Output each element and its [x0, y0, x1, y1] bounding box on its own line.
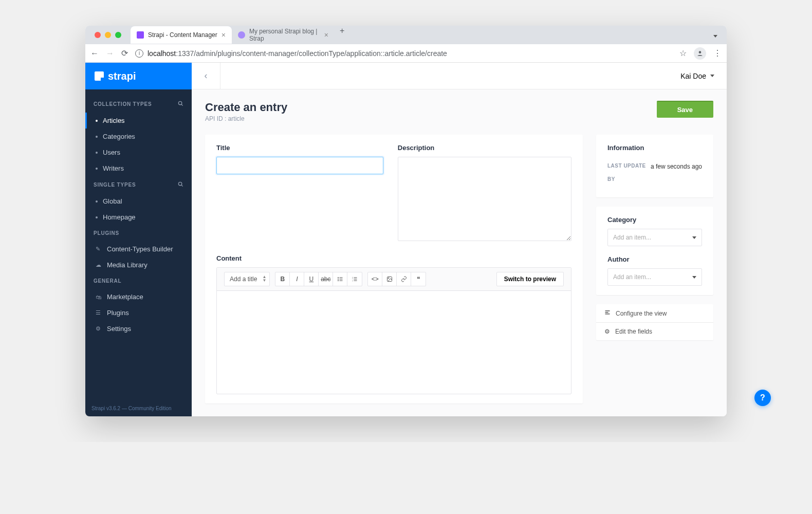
tabs-menu-icon[interactable]: [708, 30, 723, 40]
browser-tab-bar: Strapi - Content Manager × My personal S…: [85, 26, 727, 44]
sidebar-item-users[interactable]: Users: [85, 144, 192, 160]
sidebar-item-homepage[interactable]: Homepage: [85, 209, 192, 225]
save-button[interactable]: Save: [657, 101, 713, 118]
user-menu[interactable]: Kai Doe: [668, 72, 727, 80]
last-update-key: LAST UPDATE: [607, 163, 646, 170]
info-heading: Information: [607, 144, 702, 152]
code-button[interactable]: <>: [368, 272, 382, 286]
sidebar: strapi COLLECTION TYPES Articles Categor…: [85, 63, 192, 416]
title-label: Title: [216, 144, 383, 152]
quote-button[interactable]: ❝: [411, 272, 426, 286]
underline-button[interactable]: U: [304, 272, 319, 286]
preview-toggle-button[interactable]: Switch to preview: [496, 272, 564, 286]
category-select[interactable]: Add an item...: [607, 229, 702, 246]
svg-line-2: [181, 104, 183, 106]
close-tab-icon[interactable]: ×: [324, 31, 328, 39]
cloud-icon: ☁: [96, 262, 102, 268]
ordered-list-button[interactable]: [347, 272, 362, 286]
version-label: Strapi v3.6.2 — Community Edition: [85, 400, 192, 416]
bookmark-icon[interactable]: ☆: [679, 48, 687, 58]
search-icon[interactable]: [178, 181, 183, 188]
svg-rect-12: [354, 279, 357, 280]
svg-rect-13: [354, 281, 357, 281]
sidebar-item-writers[interactable]: Writers: [85, 160, 192, 176]
reload-icon[interactable]: ⟳: [121, 48, 128, 58]
author-select[interactable]: Add an item...: [607, 268, 702, 286]
svg-point-7: [338, 279, 339, 280]
sidebar-section-general: GENERAL: [85, 273, 192, 289]
svg-point-9: [338, 280, 339, 281]
sidebar-item-settings[interactable]: ⚙Settings: [85, 321, 192, 337]
search-icon[interactable]: [178, 101, 183, 107]
tab-favicon: [238, 31, 245, 39]
heading-select[interactable]: Add a title ▲▼: [224, 272, 270, 286]
sidebar-section-collection-types: COLLECTION TYPES: [85, 96, 192, 113]
profile-avatar-icon[interactable]: [694, 47, 706, 60]
svg-rect-14: [352, 277, 353, 278]
url-input[interactable]: i localhost:1337/admin/plugins/content-m…: [135, 49, 672, 58]
top-header: ‹ Kai Doe: [192, 63, 727, 89]
chevron-down-icon: [692, 236, 696, 239]
sidebar-item-articles[interactable]: Articles: [85, 113, 192, 128]
sidebar-item-categories[interactable]: Categories: [85, 128, 192, 144]
gear-icon: ⚙: [604, 328, 610, 335]
unordered-list-button[interactable]: [333, 272, 347, 286]
tab-title: Strapi - Content Manager: [148, 31, 217, 39]
window-maximize[interactable]: [115, 32, 121, 38]
svg-rect-19: [605, 310, 610, 311]
back-button[interactable]: ‹: [192, 63, 220, 89]
page-subtitle: API ID : article: [205, 115, 287, 122]
logo-text: strapi: [108, 70, 136, 82]
layout-icon: [604, 309, 611, 317]
sidebar-item-marketplace[interactable]: 🛍Marketplace: [85, 289, 192, 305]
svg-line-4: [181, 185, 183, 187]
browser-menu-icon[interactable]: ⋮: [713, 48, 722, 58]
sidebar-item-global[interactable]: Global: [85, 193, 192, 209]
svg-point-0: [699, 51, 702, 53]
configure-view-button[interactable]: Configure the view: [596, 304, 713, 322]
browser-tab[interactable]: My personal Strapi blog | Strap ×: [232, 26, 335, 44]
sidebar-item-media-library[interactable]: ☁Media Library: [85, 257, 192, 273]
by-key: BY: [607, 176, 615, 182]
sidebar-item-plugins[interactable]: ☰Plugins: [85, 305, 192, 321]
image-button[interactable]: [382, 272, 397, 286]
tab-title: My personal Strapi blog | Strap: [249, 28, 320, 42]
svg-point-3: [178, 182, 181, 185]
link-button[interactable]: [397, 272, 411, 286]
close-tab-icon[interactable]: ×: [222, 31, 226, 39]
content-label: Content: [216, 254, 571, 262]
gear-icon: ⚙: [96, 325, 102, 332]
author-label: Author: [607, 255, 702, 263]
svg-point-1: [178, 101, 181, 104]
logo[interactable]: strapi: [85, 63, 192, 89]
window-close[interactable]: [95, 32, 101, 38]
bold-button[interactable]: B: [275, 272, 290, 286]
tab-favicon: [137, 31, 144, 39]
description-label: Description: [398, 144, 571, 152]
sidebar-section-plugins: PLUGINS: [85, 225, 192, 241]
chevron-down-icon: [692, 276, 696, 279]
edit-fields-button[interactable]: ⚙ Edit the fields: [596, 322, 713, 340]
back-icon[interactable]: ←: [90, 49, 99, 58]
italic-button[interactable]: I: [290, 272, 304, 286]
chevron-down-icon: [710, 75, 714, 77]
list-icon: ☰: [96, 309, 102, 316]
window-minimize[interactable]: [105, 32, 111, 38]
sidebar-section-single-types: SINGLE TYPES: [85, 176, 192, 193]
sidebar-item-content-types-builder[interactable]: ✎Content-Types Builder: [85, 241, 192, 257]
site-info-icon[interactable]: i: [135, 49, 143, 58]
new-tab-button[interactable]: +: [335, 26, 349, 44]
svg-rect-15: [352, 279, 353, 280]
strikethrough-button[interactable]: abc: [319, 272, 333, 286]
browser-tab[interactable]: Strapi - Content Manager ×: [131, 26, 232, 44]
editor-textarea[interactable]: [217, 291, 571, 394]
svg-rect-8: [339, 279, 342, 280]
svg-rect-11: [354, 278, 357, 278]
description-textarea[interactable]: [398, 157, 571, 241]
forward-icon[interactable]: →: [106, 49, 114, 58]
help-fab[interactable]: ?: [754, 390, 771, 406]
svg-point-18: [388, 278, 389, 279]
last-update-value: a few seconds ago: [651, 163, 702, 170]
title-input[interactable]: [216, 157, 383, 174]
svg-rect-20: [605, 312, 608, 313]
